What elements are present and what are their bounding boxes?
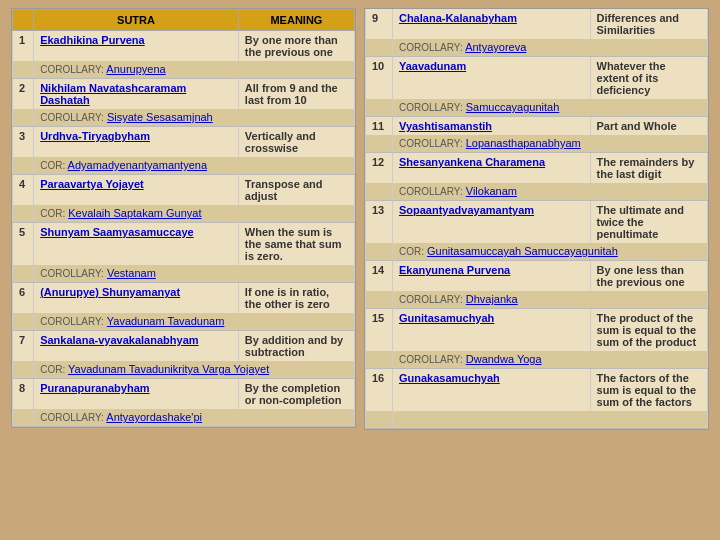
- table-row: 13 Sopaantyadvayamantyam The ultimate an…: [366, 201, 708, 244]
- row-number: 14: [366, 261, 393, 292]
- meaning-text: The remainders by the last digit: [597, 156, 695, 180]
- corollary-num: [13, 109, 34, 127]
- sutra-name[interactable]: Paraavartya Yojayet: [40, 178, 144, 190]
- corollary-link[interactable]: Vestanam: [107, 267, 156, 279]
- corollary-row: COROLLARY: Sisyate Sesasamjnah: [13, 109, 355, 127]
- corollary-text: COROLLARY: Vestanam: [34, 265, 355, 283]
- corollary-text: COROLLARY: Anurupyena: [34, 61, 355, 79]
- sutra-name-cell: Gunitasamuchyah: [392, 309, 590, 352]
- sutra-name[interactable]: Chalana-Kalanabyham: [399, 12, 517, 24]
- sutra-name[interactable]: Yaavadunam: [399, 60, 466, 72]
- table-row: 1 Ekadhikina Purvena By one more than th…: [13, 31, 355, 62]
- corollary-label: COR:: [40, 364, 65, 375]
- corollary-link[interactable]: Sisyate Sesasamjnah: [107, 111, 213, 123]
- sutra-name[interactable]: Shunyam Saamyasamuccaye: [40, 226, 193, 238]
- sutra-name[interactable]: Urdhva-Tiryagbyham: [40, 130, 150, 142]
- sutra-name[interactable]: Ekadhikina Purvena: [40, 34, 145, 46]
- corollary-row: COR: Gunitasamuccayah Samuccayagunitah: [366, 243, 708, 261]
- sutra-name-cell: Gunakasamuchyah: [392, 369, 590, 412]
- meaning-cell: By one less than the previous one: [590, 261, 707, 292]
- sutra-name[interactable]: Gunakasamuchyah: [399, 372, 500, 384]
- corollary-link[interactable]: Gunitasamuccayah Samuccayagunitah: [427, 245, 618, 257]
- meaning-text: By the completion or non-completion: [245, 382, 342, 406]
- row-number: 16: [366, 369, 393, 412]
- sutra-name-cell: Puranapuranabyham: [34, 379, 239, 410]
- corollary-link[interactable]: Kevalaih Saptakam Gunyat: [68, 207, 201, 219]
- corollary-link[interactable]: Vilokanam: [466, 185, 517, 197]
- corollary-text: COR: Yavadunam Tavadunikritya Varga Yoja…: [34, 361, 355, 379]
- corollary-link[interactable]: Samuccayagunitah: [466, 101, 560, 113]
- corollary-num: [366, 243, 393, 261]
- corollary-label: COROLLARY:: [399, 354, 463, 365]
- corollary-label: COROLLARY:: [399, 138, 463, 149]
- corollary-text: COROLLARY: Lopanasthapanabhyam: [392, 135, 707, 153]
- corollary-row: COR: Kevalaih Saptakam Gunyat: [13, 205, 355, 223]
- corollary-text: COROLLARY: Antyayoreva: [392, 39, 707, 57]
- meaning-cell: The factors of the sum is equal to the s…: [590, 369, 707, 412]
- sutra-name[interactable]: Puranapuranabyham: [40, 382, 149, 394]
- corollary-num: [366, 351, 393, 369]
- meaning-text: If one is in ratio, the other is zero: [245, 286, 330, 310]
- sutra-name-cell: Chalana-Kalanabyham: [392, 9, 590, 39]
- meaning-text: Whatever the extent of its deficiency: [597, 60, 666, 96]
- corollary-label: COROLLARY:: [40, 64, 104, 75]
- table-row: 15 Gunitasamuchyah The product of the su…: [366, 309, 708, 352]
- sutra-name-cell: Shesanyankena Charamena: [392, 153, 590, 184]
- left-num-header: [13, 10, 34, 31]
- left-table: SUTRA MEANING 1 Ekadhikina Purvena By on…: [11, 8, 356, 428]
- sutra-name[interactable]: Nikhilam Navatashcaramam Dashatah: [40, 82, 186, 106]
- corollary-label: COROLLARY:: [40, 316, 104, 327]
- corollary-link[interactable]: Dwandwa Yoga: [466, 353, 542, 365]
- meaning-text: The factors of the sum is equal to the s…: [597, 372, 697, 408]
- corollary-link[interactable]: Adyamadyenantyamantyena: [68, 159, 207, 171]
- sutra-name[interactable]: Sankalana-vyavakalanabhyam: [40, 334, 198, 346]
- corollary-row: COROLLARY: Anurupyena: [13, 61, 355, 79]
- sutra-name[interactable]: Gunitasamuchyah: [399, 312, 494, 324]
- table-row: 4 Paraavartya Yojayet Transpose and adju…: [13, 175, 355, 206]
- corollary-link[interactable]: Lopanasthapanabhyam: [466, 137, 581, 149]
- corollary-label: COROLLARY:: [399, 102, 463, 113]
- table-row: 11 Vyashtisamanstih Part and Whole: [366, 117, 708, 136]
- row-number: 4: [13, 175, 34, 206]
- meaning-cell: If one is in ratio, the other is zero: [238, 283, 354, 314]
- meaning-text: Vertically and crosswise: [245, 130, 316, 154]
- left-sutra-header: SUTRA: [34, 10, 239, 31]
- corollary-text: COROLLARY: Sisyate Sesasamjnah: [34, 109, 355, 127]
- meaning-text: Part and Whole: [597, 120, 677, 132]
- corollary-label: COROLLARY:: [40, 268, 104, 279]
- sutra-name[interactable]: Ekanyunena Purvena: [399, 264, 510, 276]
- corollary-link[interactable]: Yavadunam Tavadunikritya Varga Yojayet: [68, 363, 269, 375]
- sutra-name[interactable]: Vyashtisamanstih: [399, 120, 492, 132]
- corollary-num: [366, 411, 393, 429]
- sutra-name-cell: Yaavadunam: [392, 57, 590, 100]
- row-number: 2: [13, 79, 34, 110]
- meaning-cell: By the completion or non-completion: [238, 379, 354, 410]
- meaning-cell: When the sum is the same that sum is zer…: [238, 223, 354, 266]
- sutra-name[interactable]: (Anurupye) Shunyamanyat: [40, 286, 180, 298]
- corollary-link[interactable]: Antyayordashake'pi: [106, 411, 202, 423]
- meaning-cell: The product of the sum is equal to the s…: [590, 309, 707, 352]
- row-number: 10: [366, 57, 393, 100]
- corollary-link[interactable]: Yavadunam Tavadunam: [107, 315, 225, 327]
- corollary-num: [13, 361, 34, 379]
- row-number: 13: [366, 201, 393, 244]
- corollary-text: COR: Adyamadyenantyamantyena: [34, 157, 355, 175]
- table-row: 3 Urdhva-Tiryagbyham Vertically and cros…: [13, 127, 355, 158]
- table-row: 16 Gunakasamuchyah The factors of the su…: [366, 369, 708, 412]
- corollary-row: COROLLARY: Antyayoreva: [366, 39, 708, 57]
- corollary-link[interactable]: Dhvajanka: [466, 293, 518, 305]
- corollary-label: COROLLARY:: [399, 42, 463, 53]
- corollary-row: COROLLARY: Yavadunam Tavadunam: [13, 313, 355, 331]
- row-number: 5: [13, 223, 34, 266]
- corollary-row: [366, 411, 708, 429]
- corollary-label: COR:: [399, 246, 424, 257]
- corollary-link[interactable]: Antyayoreva: [465, 41, 526, 53]
- sutra-name[interactable]: Sopaantyadvayamantyam: [399, 204, 534, 216]
- corollary-label: COR:: [40, 208, 65, 219]
- right-table: 9 Chalana-Kalanabyham Differences and Si…: [364, 8, 709, 430]
- corollary-text: [392, 411, 707, 429]
- sutra-name-cell: Shunyam Saamyasamuccaye: [34, 223, 239, 266]
- corollary-num: [13, 61, 34, 79]
- corollary-link[interactable]: Anurupyena: [106, 63, 165, 75]
- sutra-name[interactable]: Shesanyankena Charamena: [399, 156, 545, 168]
